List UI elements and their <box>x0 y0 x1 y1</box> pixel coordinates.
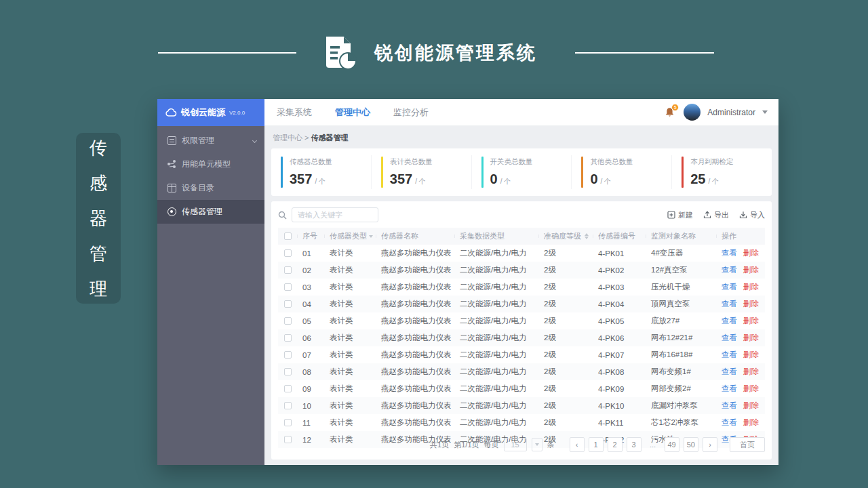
delete-link[interactable]: 删除 <box>743 316 759 326</box>
table-row[interactable]: 01 表计类 燕赵多功能电力仪表 二次能源/电力/电力 2级 4-PK01 4#… <box>278 245 765 262</box>
table-row[interactable]: 02 表计类 燕赵多功能电力仪表 二次能源/电力/电力 2级 4-PK02 12… <box>278 262 765 279</box>
delete-link[interactable]: 删除 <box>743 248 759 258</box>
stat-label: 本月到期检定 <box>690 157 733 167</box>
row-checkbox[interactable] <box>284 402 292 409</box>
view-link[interactable]: 查看 <box>722 265 737 275</box>
delete-link[interactable]: 删除 <box>743 265 759 275</box>
view-link[interactable]: 查看 <box>722 316 737 326</box>
delete-link[interactable]: 删除 <box>743 418 759 428</box>
tab-management-center[interactable]: 管理中心 <box>335 106 370 119</box>
view-link[interactable]: 查看 <box>722 248 737 258</box>
cell-sensor-code: 4-PK11 <box>593 419 646 427</box>
sidebar-item-device-catalog[interactable]: 设备目录 <box>157 176 264 200</box>
cell-sensor-type: 表计类 <box>324 367 376 377</box>
delete-link[interactable]: 删除 <box>743 350 759 360</box>
table-row[interactable]: 08 表计类 燕赵多功能电力仪表 二次能源/电力/电力 2级 4-PK08 网布… <box>278 363 765 380</box>
row-checkbox[interactable] <box>284 385 292 392</box>
row-checkbox[interactable] <box>284 334 292 342</box>
col-sensor-type[interactable]: 传感器类型 <box>324 231 376 241</box>
view-link[interactable]: 查看 <box>722 401 737 411</box>
view-link[interactable]: 查看 <box>722 384 737 394</box>
cell-sensor-name: 燕赵多功能电力仪表 <box>376 367 454 377</box>
sidebar-item-label: 权限管理 <box>182 135 214 146</box>
delete-link[interactable]: 删除 <box>743 367 759 377</box>
search-box <box>278 207 378 222</box>
export-button[interactable]: 导出 <box>703 210 729 220</box>
view-link[interactable]: 查看 <box>722 350 737 360</box>
app-window: 锐创云能源 V2.0.0 权限管理 用能单元模型 设备目录 传感器管理 <box>157 99 778 465</box>
page-button[interactable]: 50 <box>684 437 698 452</box>
page-button[interactable]: 2 <box>608 437 623 452</box>
table-row[interactable]: 07 表计类 燕赵多功能电力仪表 二次能源/电力/电力 2级 4-PK07 网布… <box>278 346 765 363</box>
page-button[interactable]: 49 <box>665 437 679 452</box>
page-button[interactable]: 1 <box>589 437 604 452</box>
view-link[interactable]: 查看 <box>722 333 737 343</box>
import-button[interactable]: 导入 <box>739 210 765 220</box>
cell-sensor-name: 燕赵多功能电力仪表 <box>376 299 454 309</box>
breadcrumb: 管理中心 > 传感器管理 <box>273 133 772 143</box>
view-link[interactable]: 查看 <box>722 418 737 428</box>
sidebar-item-energy-unit-model[interactable]: 用能单元模型 <box>157 152 264 176</box>
pagination-summary: 共1页 第1/1页 每页 15 条 <box>430 438 554 451</box>
bell-icon[interactable]: 5 <box>665 106 677 119</box>
delete-link[interactable]: 删除 <box>743 384 759 394</box>
prev-page-button[interactable]: ‹ <box>570 437 585 452</box>
cell-no: 11 <box>297 419 324 427</box>
tab-collection-system[interactable]: 采集系统 <box>277 106 312 119</box>
cell-accuracy: 2级 <box>538 282 593 292</box>
row-checkbox[interactable] <box>284 283 292 291</box>
cell-sensor-name: 燕赵多功能电力仪表 <box>376 333 454 343</box>
delete-link[interactable]: 删除 <box>743 282 759 292</box>
view-link[interactable]: 查看 <box>722 299 737 309</box>
cell-accuracy: 2级 <box>538 316 593 326</box>
per-page-input[interactable]: 15 <box>504 438 527 451</box>
col-accuracy[interactable]: 准确度等级 <box>538 231 593 241</box>
table-row[interactable]: 11 表计类 燕赵多功能电力仪表 二次能源/电力/电力 2级 4-PK11 芯1… <box>278 414 765 431</box>
table-row[interactable]: 03 表计类 燕赵多功能电力仪表 二次能源/电力/电力 2级 4-PK03 压光… <box>278 279 765 296</box>
stat-color-bar <box>581 157 583 188</box>
sidebar-menu: 权限管理 用能单元模型 设备目录 传感器管理 <box>157 126 264 224</box>
cell-target-name: 底漏对冲浆泵 <box>646 401 716 411</box>
cell-sensor-type: 表计类 <box>324 401 376 411</box>
row-checkbox[interactable] <box>284 368 292 375</box>
row-checkbox[interactable] <box>284 317 292 325</box>
select-all-checkbox[interactable] <box>284 232 292 240</box>
page-button[interactable]: 3 <box>627 437 642 452</box>
tab-monitoring-analysis[interactable]: 监控分析 <box>393 106 429 119</box>
table-row[interactable]: 04 表计类 燕赵多功能电力仪表 二次能源/电力/电力 2级 4-PK04 顶网… <box>278 296 765 312</box>
sidebar-item-sensor-management[interactable]: 传感器管理 <box>157 200 264 224</box>
row-checkbox[interactable] <box>284 266 292 274</box>
row-checkbox[interactable] <box>284 351 292 359</box>
button-label: 导入 <box>750 210 765 220</box>
delete-link[interactable]: 删除 <box>743 299 759 309</box>
row-checkbox[interactable] <box>284 249 292 257</box>
user-name[interactable]: Administrator <box>707 108 755 117</box>
search-input[interactable] <box>292 207 378 222</box>
chevron-down-icon[interactable] <box>762 110 768 114</box>
breadcrumb-parent[interactable]: 管理中心 <box>273 134 302 142</box>
delete-link[interactable]: 删除 <box>743 333 759 343</box>
sidebar-item-label: 设备目录 <box>182 182 214 194</box>
avatar[interactable] <box>684 104 701 121</box>
view-link[interactable]: 查看 <box>722 367 737 377</box>
row-checkbox[interactable] <box>284 419 292 426</box>
share-nodes-icon <box>167 160 176 169</box>
table-row[interactable]: 10 表计类 燕赵多功能电力仪表 二次能源/电力/电力 2级 4-PK10 底漏… <box>278 397 765 414</box>
table-row[interactable]: 06 表计类 燕赵多功能电力仪表 二次能源/电力/电力 2级 4-PK06 网布… <box>278 329 765 346</box>
view-link[interactable]: 查看 <box>722 282 737 292</box>
cell-sensor-code: 4-PK04 <box>593 300 646 308</box>
table-icon <box>167 184 176 192</box>
sidebar-item-permission-management[interactable]: 权限管理 <box>157 129 264 152</box>
next-page-button[interactable]: › <box>703 437 717 452</box>
cell-sensor-code: 4-PK07 <box>593 351 646 359</box>
home-page-button[interactable]: 首页 <box>730 437 765 452</box>
per-page-stepper[interactable] <box>532 438 542 451</box>
side-tag-char: 感 <box>90 171 107 195</box>
table-row[interactable]: 09 表计类 燕赵多功能电力仪表 二次能源/电力/电力 2级 4-PK09 网部… <box>278 380 765 397</box>
delete-link[interactable]: 删除 <box>743 401 759 411</box>
row-checkbox[interactable] <box>284 300 292 308</box>
create-button[interactable]: 新建 <box>667 210 693 220</box>
table-row[interactable]: 05 表计类 燕赵多功能电力仪表 二次能源/电力/电力 2级 4-PK05 底放… <box>278 312 765 329</box>
breadcrumb-current: 传感器管理 <box>311 134 349 142</box>
cell-sensor-name: 燕赵多功能电力仪表 <box>376 350 454 360</box>
